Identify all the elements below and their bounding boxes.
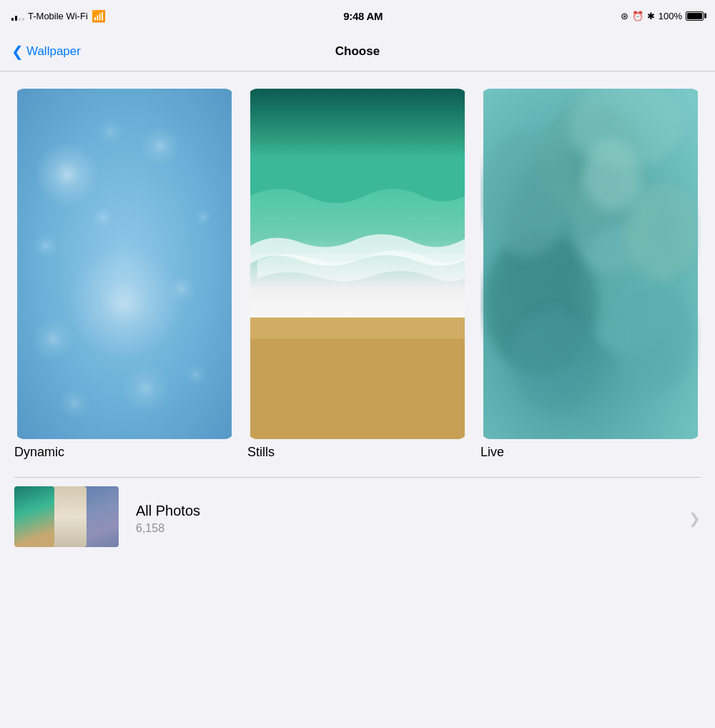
alarm-icon: ⏰ bbox=[632, 11, 644, 21]
bluetooth-icon: ✱ bbox=[647, 11, 655, 21]
carrier-label: T-Mobile Wi-Fi bbox=[28, 11, 88, 21]
wallpaper-thumbnail-dynamic bbox=[14, 89, 235, 439]
svg-point-8 bbox=[33, 233, 59, 259]
svg-point-5 bbox=[167, 275, 196, 303]
signal-bars bbox=[11, 11, 24, 21]
time-display: 9:48 AM bbox=[343, 10, 383, 22]
wallpaper-thumbnail-live bbox=[480, 89, 701, 439]
live-label: Live bbox=[480, 445, 701, 460]
status-bar: T-Mobile Wi-Fi 📶 9:48 AM ⊛ ⏰ ✱ 100% bbox=[0, 0, 715, 31]
svg-point-24 bbox=[626, 185, 698, 278]
battery-container bbox=[686, 11, 704, 21]
dynamic-wallpaper-image bbox=[14, 89, 235, 439]
svg-point-3 bbox=[67, 246, 182, 360]
svg-point-7 bbox=[194, 209, 212, 226]
svg-point-26 bbox=[512, 310, 598, 410]
svg-rect-15 bbox=[250, 318, 465, 339]
nav-bar: ❮ Wallpaper Choose bbox=[0, 31, 715, 72]
battery-percent: 100% bbox=[659, 11, 682, 21]
wallpaper-item-dynamic[interactable]: Dynamic bbox=[14, 89, 235, 460]
battery-icon bbox=[686, 11, 704, 21]
signal-bar-3 bbox=[19, 18, 21, 21]
status-left: T-Mobile Wi-Fi 📶 bbox=[11, 9, 106, 23]
wallpaper-item-live[interactable]: Live bbox=[480, 89, 701, 460]
stills-wallpaper-image bbox=[247, 89, 468, 439]
photo-thumb-1 bbox=[14, 486, 54, 547]
svg-point-6 bbox=[92, 207, 114, 228]
back-label: Wallpaper bbox=[26, 44, 81, 59]
svg-point-10 bbox=[59, 388, 90, 419]
svg-point-1 bbox=[35, 142, 99, 207]
svg-point-21 bbox=[616, 285, 694, 393]
wallpaper-thumbnail-stills bbox=[247, 89, 468, 439]
wallpaper-item-stills[interactable]: Stills bbox=[247, 89, 468, 460]
photos-info: All Photos 6,158 bbox=[136, 503, 689, 535]
svg-point-11 bbox=[185, 364, 207, 385]
photos-thumbnails bbox=[14, 486, 122, 551]
main-content: Dynamic bbox=[0, 72, 715, 574]
svg-point-2 bbox=[140, 126, 180, 166]
photos-count: 6,158 bbox=[136, 522, 689, 535]
signal-bar-1 bbox=[11, 18, 14, 21]
stills-label: Stills bbox=[247, 445, 468, 460]
dynamic-label: Dynamic bbox=[14, 445, 235, 460]
signal-bar-4 bbox=[22, 18, 24, 21]
nav-title: Choose bbox=[335, 44, 380, 59]
battery-fill bbox=[687, 13, 702, 19]
svg-point-12 bbox=[97, 119, 123, 144]
svg-point-4 bbox=[31, 318, 74, 360]
all-photos-row[interactable]: All Photos 6,158 ❯ bbox=[14, 477, 701, 559]
wallpaper-grid: Dynamic bbox=[14, 89, 701, 460]
photos-title: All Photos bbox=[136, 503, 689, 519]
wifi-icon: 📶 bbox=[92, 9, 106, 23]
lock-icon: ⊛ bbox=[621, 11, 628, 21]
back-button[interactable]: ❮ Wallpaper bbox=[11, 44, 81, 59]
live-wallpaper-image bbox=[480, 89, 701, 439]
photos-chevron-icon: ❯ bbox=[689, 510, 701, 527]
back-chevron-icon: ❮ bbox=[11, 44, 24, 59]
signal-bar-2 bbox=[15, 16, 17, 21]
status-right: ⊛ ⏰ ✱ 100% bbox=[621, 11, 704, 21]
svg-point-9 bbox=[121, 364, 171, 414]
